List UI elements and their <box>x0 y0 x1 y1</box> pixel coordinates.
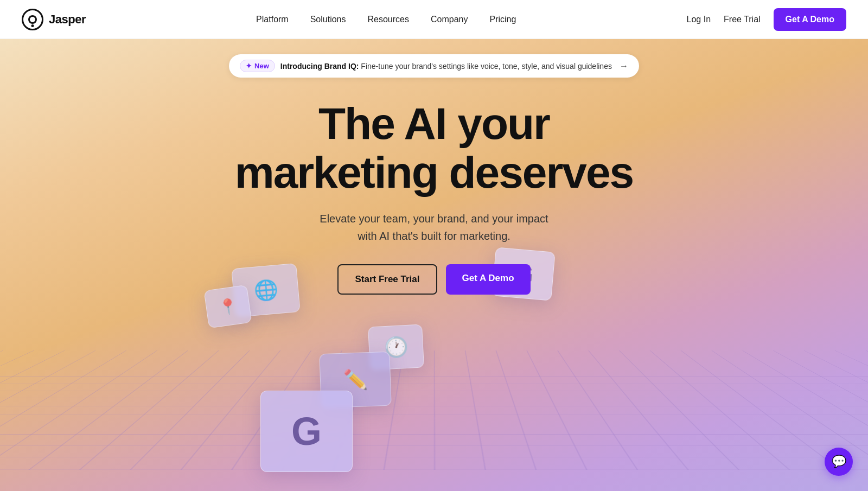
tile-g-big: G <box>260 391 353 472</box>
hero-title: The AI your marketing deserves <box>235 99 633 197</box>
brand-name: Jasper <box>49 12 86 27</box>
login-link[interactable]: Log In <box>687 15 711 24</box>
free-trial-link[interactable]: Free Trial <box>724 15 761 24</box>
hero-section: 🌐 📍 G 🕐 ✏️ G ✦ New Introducing Brand IQ:… <box>0 0 868 491</box>
nav-resources[interactable]: Resources <box>368 15 409 24</box>
logo[interactable]: Jasper <box>22 9 86 30</box>
hero-buttons: Start Free Trial Get A Demo <box>235 264 633 295</box>
nav-right: Log In Free Trial Get A Demo <box>687 8 846 31</box>
nav-pricing[interactable]: Pricing <box>489 15 516 24</box>
nav-platform[interactable]: Platform <box>256 15 289 24</box>
get-demo-hero-button[interactable]: Get A Demo <box>446 264 531 295</box>
start-free-trial-button[interactable]: Start Free Trial <box>337 264 437 295</box>
chat-button[interactable]: 💬 <box>825 448 853 476</box>
announcement-banner[interactable]: ✦ New Introducing Brand IQ: Fine-tune yo… <box>229 54 639 78</box>
get-demo-button[interactable]: Get A Demo <box>774 8 846 31</box>
chat-icon: 💬 <box>832 455 846 469</box>
nav-company[interactable]: Company <box>431 15 468 24</box>
new-badge: ✦ New <box>240 60 275 72</box>
logo-icon <box>22 9 43 30</box>
hero-subtitle: Elevate your team, your brand, and your … <box>235 210 633 245</box>
hero-content: The AI your marketing deserves Elevate y… <box>235 99 633 295</box>
announcement-arrow: → <box>620 61 628 71</box>
announcement-text: Introducing Brand IQ: Fine-tune your bra… <box>280 62 612 71</box>
nav-links: Platform Solutions Resources Company Pri… <box>256 15 516 24</box>
nav-solutions[interactable]: Solutions <box>310 15 346 24</box>
navbar: Jasper Platform Solutions Resources Comp… <box>0 0 868 39</box>
